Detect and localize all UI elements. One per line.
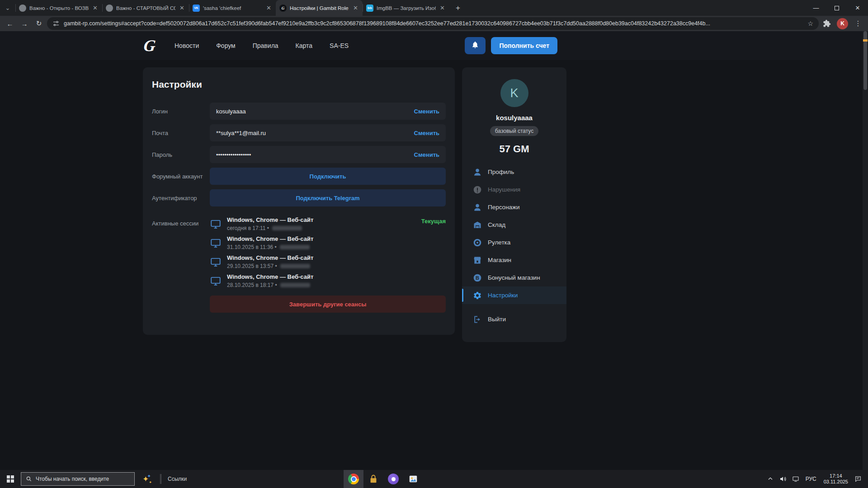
new-tab-button[interactable]: + [451, 2, 465, 14]
sessions-list: Windows, Chrome — Веб-сайт сегодня в 17:… [210, 216, 446, 288]
gambit-favicon: G [279, 5, 287, 12]
balance-amount: 57 GM [499, 143, 529, 155]
profile-menu: Профиль Нарушения Персонажи Склад Рулетк… [462, 163, 566, 328]
email-value: **sulya**1@mail.ru [216, 130, 266, 136]
tab-close-icon[interactable]: ✕ [439, 5, 446, 11]
back-button[interactable]: ← [4, 17, 16, 30]
sidebar-item-bonus-shop[interactable]: B Бонусный магазин [462, 269, 566, 286]
change-email-link[interactable]: Сменить [414, 130, 439, 136]
browser-tab-1[interactable]: Важно - Открыто - ВОЗВРАЩ ✕ [15, 0, 102, 16]
window-minimize-button[interactable]: — [806, 0, 826, 16]
session-device: Windows, Chrome — Веб-сайт [227, 254, 313, 261]
search-highlights-icon[interactable]: ✦✦✦ [135, 470, 156, 488]
password-value: ••••••••••••••••• [216, 151, 251, 158]
window-maximize-button[interactable] [826, 0, 847, 16]
sidebar-item-profile[interactable]: Профиль [462, 163, 566, 181]
tab-close-icon[interactable]: ✕ [92, 5, 99, 11]
reload-button[interactable]: ↻ [33, 17, 45, 30]
sidebar-item-shop[interactable]: Магазин [462, 251, 566, 269]
browser-tab-5[interactable]: bb ImgBB — Загрузить Изображе ✕ [363, 0, 449, 16]
warehouse-icon [473, 221, 482, 230]
system-tray: РУС 17:14 03.11.2025 [764, 470, 868, 488]
session-row: Windows, Chrome — Веб-сайт 28.10.2025 в … [210, 273, 446, 288]
language-indicator[interactable]: РУС [802, 476, 820, 482]
nav-link-rules[interactable]: Правила [253, 42, 278, 49]
sidebar-item-logout[interactable]: Выйти [462, 310, 566, 328]
nav-link-forum[interactable]: Форум [216, 42, 236, 49]
session-device: Windows, Chrome — Веб-сайт [227, 273, 313, 280]
sidebar-item-warehouse[interactable]: Склад [462, 216, 566, 234]
window-close-button[interactable]: ✕ [847, 0, 868, 16]
tab-close-icon[interactable]: ✕ [179, 5, 185, 11]
monitor-icon [210, 218, 222, 230]
tab-close-icon[interactable]: ✕ [265, 5, 272, 11]
connect-forum-button[interactable]: Подключить [210, 168, 446, 185]
active-sessions-label: Активные сессии [152, 216, 210, 227]
profile-name: kosulyaaaa [496, 114, 533, 122]
browser-tab-4-active[interactable]: G Настройки | Gambit Role Play ✕ [276, 0, 363, 16]
browser-tab-3[interactable]: VK 'sasha 'chiefkeef ✕ [189, 0, 276, 16]
current-session-badge: Текущая [421, 216, 446, 225]
bookmark-star-icon[interactable]: ☆ [807, 20, 813, 27]
forward-button[interactable]: → [18, 17, 31, 30]
change-password-link[interactable]: Сменить [414, 151, 439, 158]
start-button[interactable] [0, 470, 21, 488]
notification-center-icon[interactable] [852, 470, 864, 488]
taskbar-purple-app-button[interactable] [383, 470, 403, 488]
site-info-icon[interactable] [52, 20, 60, 27]
session-ip-blurred [280, 264, 310, 268]
sidebar-item-settings[interactable]: Настройки [462, 286, 566, 304]
change-login-link[interactable]: Сменить [414, 108, 439, 115]
nav-link-news[interactable]: Новости [175, 42, 199, 49]
status-badge: базовый статус [490, 126, 538, 136]
extensions-button[interactable] [821, 17, 833, 30]
sidebar-item-label: Профиль [488, 169, 514, 175]
links-toolbar-label[interactable]: Ссылки [165, 476, 189, 482]
session-time: сегодня в 17:11 • [227, 225, 269, 231]
address-bar[interactable]: gambit-rp.com/settings#accept?code=def50… [47, 17, 819, 30]
browser-tab-2[interactable]: Важно - СТАРТОВЫЙ СОСТАВ ✕ [102, 0, 189, 16]
tab-close-icon[interactable]: ✕ [352, 5, 359, 11]
sidebar-item-roulette[interactable]: Рулетка [462, 234, 566, 251]
taskbar-lock-app-button[interactable] [363, 470, 383, 488]
characters-icon [473, 203, 482, 212]
site-header: G Новости Форум Правила Карта SA-ES Попо… [0, 31, 863, 60]
site-logo[interactable]: G [143, 36, 156, 55]
tab-search-chevron-icon[interactable]: ⌄ [0, 0, 15, 16]
topup-button[interactable]: Пополнить счет [491, 37, 557, 54]
taskbar-search-input[interactable]: Чтобы начать поиск, введите [21, 472, 135, 486]
shop-icon [473, 256, 482, 265]
bonus-icon: B [473, 273, 482, 282]
tab-title: Настройки | Gambit Role Play [290, 5, 349, 11]
login-field[interactable]: kosulyaaaa Сменить [210, 103, 446, 120]
network-icon[interactable] [789, 470, 802, 488]
links-toolbar-grip[interactable] [160, 474, 161, 484]
nav-link-map[interactable]: Карта [296, 42, 312, 49]
settings-card: Настройки Логин kosulyaaaa Сменить Почта… [143, 67, 455, 335]
session-ip-blurred [280, 283, 310, 287]
taskbar-chrome-button[interactable] [344, 470, 363, 488]
volume-icon[interactable] [777, 470, 789, 488]
gear-icon [473, 291, 482, 300]
url-text[interactable]: gambit-rp.com/settings#accept?code=def50… [64, 20, 803, 27]
tray-expand-icon[interactable] [764, 470, 777, 488]
email-field[interactable]: **sulya**1@mail.ru Сменить [210, 124, 446, 141]
vk-favicon: VK [193, 5, 200, 12]
sidebar-item-violations[interactable]: Нарушения [462, 181, 566, 198]
notifications-button[interactable] [465, 37, 486, 54]
clock[interactable]: 17:14 03.11.2025 [820, 473, 852, 485]
browser-menu-icon[interactable]: ⋮ [852, 17, 864, 30]
taskbar-apps [344, 470, 423, 488]
forum-account-label: Форумный аккаунт [152, 173, 210, 180]
connect-telegram-button[interactable]: Подключить Telegram [210, 189, 446, 206]
terminate-sessions-button[interactable]: Завершить другие сеансы [210, 296, 446, 313]
session-ip-blurred [280, 245, 310, 249]
taskbar-photos-button[interactable] [403, 470, 423, 488]
page-scrollbar[interactable] [863, 31, 868, 470]
nav-link-sa-es[interactable]: SA-ES [330, 42, 349, 49]
sidebar-item-characters[interactable]: Персонажи [462, 198, 566, 216]
windows-logo-icon [7, 475, 14, 483]
password-field[interactable]: ••••••••••••••••• Сменить [210, 146, 446, 163]
browser-profile-avatar[interactable]: K [837, 18, 848, 29]
password-label: Пароль [152, 151, 210, 158]
